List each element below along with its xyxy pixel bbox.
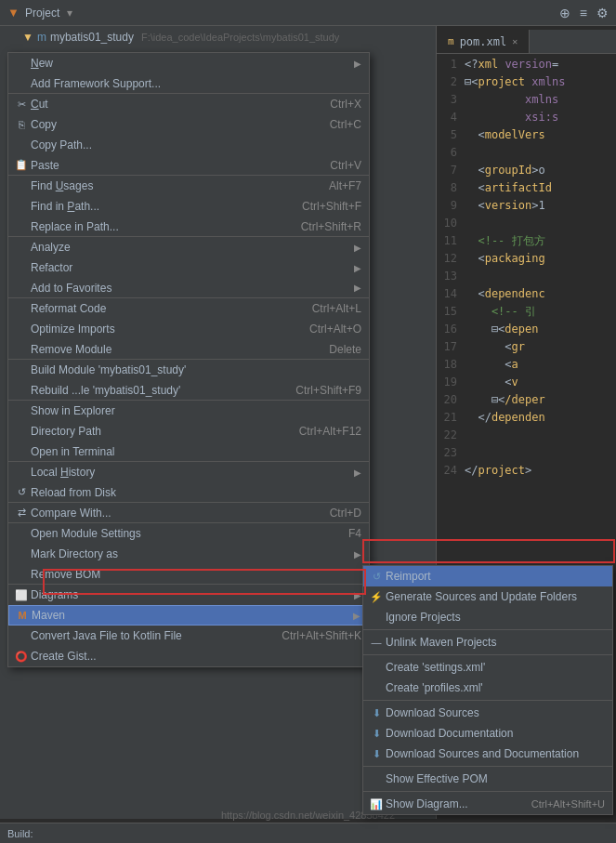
menu-item-refactor[interactable]: Refactor ▶ bbox=[8, 257, 369, 278]
editor-line-3: 3 xmlns bbox=[437, 91, 616, 109]
menu-item-replace-in-path[interactable]: Replace in Path... Ctrl+Shift+R bbox=[8, 217, 369, 237]
menu-item-cut[interactable]: ✂ Cut Ctrl+X bbox=[8, 94, 369, 114]
menu-item-remove-bom-label: Remove BOM bbox=[31, 568, 361, 581]
menu-item-remove-module[interactable]: Remove Module Delete bbox=[8, 339, 369, 360]
editor-line-7: 7 <groupId>o bbox=[437, 162, 616, 179]
open-module-shortcut: F4 bbox=[348, 527, 361, 540]
submenu-item-download-both[interactable]: ⬇ Download Sources and Documentation bbox=[363, 744, 612, 764]
copy-shortcut: Ctrl+C bbox=[330, 118, 361, 131]
submenu-item-download-sources[interactable]: ⬇ Download Sources bbox=[363, 703, 612, 723]
menu-item-add-to-favorites[interactable]: Add to Favorites ▶ bbox=[8, 278, 369, 298]
menu-item-build-module[interactable]: Build Module 'mybatis01_study' bbox=[8, 360, 369, 380]
menu-item-paste[interactable]: 📋 Paste Ctrl+V bbox=[8, 155, 369, 176]
menu-item-directory-path[interactable]: Directory Path Ctrl+Alt+F12 bbox=[8, 421, 369, 441]
menu-arrow-refactor: ▶ bbox=[354, 263, 361, 273]
optimize-shortcut: Ctrl+Alt+O bbox=[309, 323, 361, 336]
title-bar: ▼ Project ▾ ⊕ ≡ ⚙ bbox=[0, 0, 616, 26]
menu-item-rebuild-module[interactable]: Rebuild ...le 'mybatis01_study' Ctrl+Shi… bbox=[8, 380, 369, 401]
menu-item-copy[interactable]: ⎘ Copy Ctrl+C bbox=[8, 114, 369, 135]
menu-item-find-in-path[interactable]: Find in Path... Ctrl+Shift+F bbox=[8, 196, 369, 217]
module-icon: m bbox=[37, 31, 46, 44]
menu-item-rebuild-module-label: Rebuild ...le 'mybatis01_study' bbox=[31, 384, 277, 397]
menu-item-compare-label: Compare With... bbox=[31, 507, 311, 520]
menu-item-cut-label: Cut bbox=[31, 98, 311, 111]
locate-icon[interactable]: ⊕ bbox=[559, 6, 570, 20]
menu-item-reformat-label: Reformat Code bbox=[31, 302, 294, 315]
menu-item-maven[interactable]: M Maven ▶ bbox=[8, 605, 369, 626]
tab-close-button[interactable]: ✕ bbox=[512, 36, 518, 46]
submenu-item-show-diagram[interactable]: 📊 Show Diagram... Ctrl+Alt+Shift+U bbox=[363, 794, 612, 814]
download-sources-icon: ⬇ bbox=[369, 707, 384, 719]
menu-item-analyze[interactable]: Analyze ▶ bbox=[8, 237, 369, 257]
menu-item-show-in-explorer[interactable]: Show in Explorer bbox=[8, 401, 369, 421]
line-content: <modelVers bbox=[465, 127, 545, 143]
menu-item-local-history[interactable]: Local History ▶ bbox=[8, 462, 369, 482]
project-dropdown-icon[interactable]: ▾ bbox=[67, 7, 72, 20]
line-number: 1 bbox=[437, 57, 465, 72]
menu-item-copy-path[interactable]: Copy Path... bbox=[8, 135, 369, 155]
line-content: ⊟<project xmlns bbox=[465, 74, 565, 90]
menu-item-open-terminal[interactable]: Open in Terminal bbox=[8, 441, 369, 462]
menu-item-convert-java[interactable]: Convert Java File to Kotlin File Ctrl+Al… bbox=[8, 626, 369, 646]
download-docs-icon: ⬇ bbox=[369, 728, 384, 740]
submenu-item-download-docs[interactable]: ⬇ Download Documentation bbox=[363, 723, 612, 744]
submenu-item-create-settings[interactable]: Create 'settings.xml' bbox=[363, 657, 612, 678]
menu-item-remove-bom[interactable]: Remove BOM bbox=[8, 564, 369, 585]
menu-item-diagrams[interactable]: ⬜ Diagrams ▶ bbox=[8, 585, 369, 605]
menu-item-add-framework[interactable]: Add Framework Support... bbox=[8, 73, 369, 94]
diagrams-icon: ⬜ bbox=[14, 589, 29, 601]
menu-item-find-usages[interactable]: Find Usages Alt+F7 bbox=[8, 176, 369, 196]
menu-item-open-module-settings-label: Open Module Settings bbox=[31, 527, 330, 540]
convert-java-shortcut: Ctrl+Alt+Shift+K bbox=[282, 629, 361, 642]
tab-pom-xml[interactable]: m pom.xml ✕ bbox=[437, 30, 530, 53]
submenu-reimport-label: Reimport bbox=[386, 570, 605, 583]
submenu-download-docs-label: Download Documentation bbox=[386, 727, 605, 740]
tree-root[interactable]: ▼ m mybatis01_study F:\idea_code\IdeaPro… bbox=[19, 28, 436, 46]
submenu-item-unlink[interactable]: — Unlink Maven Projects bbox=[363, 632, 612, 652]
menu-item-mark-directory[interactable]: Mark Directory as ▶ bbox=[8, 544, 369, 564]
reformat-shortcut: Ctrl+Alt+L bbox=[312, 302, 361, 315]
settings-gear-icon[interactable]: ⚙ bbox=[596, 6, 609, 20]
menu-item-optimize-imports[interactable]: Optimize Imports Ctrl+Alt+O bbox=[8, 319, 369, 339]
line-content: <artifactId bbox=[465, 180, 552, 196]
line-content: ⊟<depen bbox=[465, 322, 538, 337]
editor-line-18: 18 <a bbox=[437, 356, 616, 374]
editor-line-13: 13 bbox=[437, 268, 616, 285]
submenu-item-create-profiles[interactable]: Create 'profiles.xml' bbox=[363, 678, 612, 698]
line-number: 3 bbox=[437, 92, 465, 108]
submenu-item-reimport[interactable]: ↺ Reimport bbox=[363, 566, 612, 586]
editor-line-17: 17 <gr bbox=[437, 338, 616, 356]
tab-label: pom.xml bbox=[460, 35, 507, 48]
submenu-ignore-label: Ignore Projects bbox=[386, 611, 605, 624]
menu-arrow-analyze: ▶ bbox=[354, 243, 361, 253]
menu-arrow-diagrams: ▶ bbox=[354, 590, 361, 600]
menu-item-new[interactable]: New ▶ bbox=[8, 53, 369, 73]
main-layout: ▼ m mybatis01_study F:\idea_code\IdeaPro… bbox=[0, 26, 616, 819]
menu-item-build-module-label: Build Module 'mybatis01_study' bbox=[31, 363, 361, 376]
submenu-item-ignore-projects[interactable]: Ignore Projects bbox=[363, 607, 612, 627]
editor-line-8: 8 <artifactId bbox=[437, 179, 616, 197]
menu-item-create-gist[interactable]: ⭕ Create Gist... bbox=[8, 646, 369, 666]
submenu-effective-pom-label: Show Effective POM bbox=[386, 772, 605, 785]
line-number: 6 bbox=[437, 145, 465, 161]
menu-item-reformat[interactable]: Reformat Code Ctrl+Alt+L bbox=[8, 298, 369, 319]
submenu-item-show-effective-pom[interactable]: Show Effective POM bbox=[363, 769, 612, 789]
submenu-item-generate-sources[interactable]: ⚡ Generate Sources and Update Folders bbox=[363, 586, 612, 607]
root-item-path: F:\idea_code\IdeaProjects\mybatis01_stud… bbox=[141, 32, 339, 43]
menu-item-show-explorer-label: Show in Explorer bbox=[31, 404, 361, 417]
menu-arrow-maven: ▶ bbox=[353, 611, 360, 621]
collapse-icon[interactable]: ≡ bbox=[580, 6, 587, 20]
menu-item-open-module-settings[interactable]: Open Module Settings F4 bbox=[8, 523, 369, 544]
xml-file-icon: m bbox=[448, 35, 454, 47]
line-number: 21 bbox=[437, 410, 465, 426]
editor-line-6: 6 bbox=[437, 144, 616, 162]
menu-item-compare[interactable]: ⇄ Compare With... Ctrl+D bbox=[8, 503, 369, 523]
editor-line-12: 12 <packaging bbox=[437, 250, 616, 268]
title-text: Project bbox=[25, 7, 59, 20]
generate-icon: ⚡ bbox=[369, 591, 384, 603]
title-bar-left: ▼ Project ▾ bbox=[7, 6, 559, 20]
menu-item-new-label: New bbox=[31, 57, 354, 70]
compare-icon: ⇄ bbox=[14, 507, 29, 519]
menu-item-reload[interactable]: ↺ Reload from Disk bbox=[8, 482, 369, 503]
cut-shortcut: Ctrl+X bbox=[330, 98, 361, 111]
